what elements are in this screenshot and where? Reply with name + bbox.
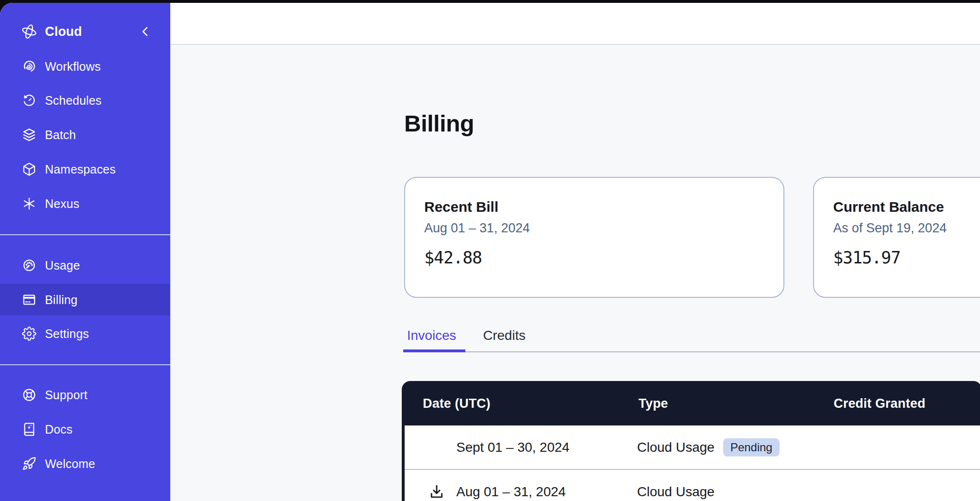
- card-amount: $315.97: [833, 248, 980, 267]
- column-header-type: Type: [639, 396, 668, 411]
- sidebar-item-label: Usage: [45, 259, 80, 272]
- download-invoice-button[interactable]: [428, 483, 446, 501]
- card-title: Recent Bill: [424, 199, 764, 215]
- chevron-left-icon: [138, 24, 153, 39]
- tab-invoices[interactable]: Invoices: [407, 328, 456, 343]
- status-badge: Pending: [723, 438, 780, 456]
- tab-bar-line: [404, 351, 980, 352]
- card-title: Current Balance: [833, 199, 980, 215]
- sidebar-item-billing[interactable]: Billing: [0, 284, 170, 316]
- main-content: Billing Recent Bill Aug 01 – 31, 2024 $4…: [170, 45, 980, 501]
- schedules-icon: [21, 92, 37, 109]
- batch-icon: [21, 127, 37, 143]
- invoice-row-sept: Sept 01 – 30, 2024 Cloud Usage Pending: [402, 425, 980, 469]
- sidebar-item-namespaces[interactable]: Namespaces: [0, 153, 170, 185]
- nexus-icon: [21, 196, 37, 212]
- sidebar-item-label: Welcome: [45, 457, 95, 471]
- welcome-rocket-icon: [21, 456, 37, 472]
- sidebar-item-schedules[interactable]: Schedules: [0, 85, 170, 116]
- sidebar-divider: [0, 364, 170, 365]
- sidebar-item-docs[interactable]: Docs: [0, 414, 170, 445]
- namespaces-icon: [21, 161, 37, 177]
- invoice-type-cell: Cloud Usage: [637, 484, 715, 500]
- sidebar-item-welcome[interactable]: Welcome: [0, 448, 170, 479]
- sidebar-item-settings[interactable]: Settings: [0, 318, 170, 349]
- sidebar-item-label: Support: [45, 388, 88, 402]
- card-amount: $42.88: [424, 248, 764, 267]
- sidebar-item-usage[interactable]: Usage: [0, 250, 170, 281]
- sidebar-item-label: Workflows: [45, 60, 101, 74]
- sidebar-item-batch[interactable]: Batch: [0, 119, 170, 151]
- sidebar-item-workflows[interactable]: Workflows: [0, 51, 170, 82]
- sidebar-item-label: Billing: [45, 293, 77, 307]
- sidebar-collapse-button[interactable]: [135, 21, 156, 42]
- invoice-type: Cloud Usage: [637, 439, 715, 455]
- usage-icon: [21, 257, 37, 273]
- invoice-date: Aug 01 – 31, 2024: [456, 484, 566, 500]
- invoice-date: Sept 01 – 30, 2024: [456, 440, 570, 455]
- sidebar-item-label: Settings: [45, 327, 89, 341]
- column-header-credit: Credit Granted: [834, 396, 925, 411]
- brand-label: Cloud: [45, 24, 82, 39]
- invoices-table-header: Date (UTC) Type Credit Granted: [402, 381, 980, 425]
- card-subtitle: As of Sept 19, 2024: [833, 221, 980, 236]
- recent-bill-card: Recent Bill Aug 01 – 31, 2024 $42.88: [404, 177, 784, 298]
- billing-icon: [21, 292, 37, 308]
- column-header-date: Date (UTC): [423, 396, 491, 411]
- download-icon: [428, 483, 445, 501]
- sidebar-item-label: Schedules: [45, 94, 102, 108]
- sidebar-item-support[interactable]: Support: [0, 379, 170, 411]
- top-header-band: [170, 3, 980, 45]
- app-window: Cloud Workflows: [0, 3, 980, 501]
- sidebar-item-label: Batch: [45, 128, 76, 142]
- settings-icon: [21, 326, 37, 342]
- temporal-logo-icon: [20, 22, 38, 41]
- sidebar-item-label: Nexus: [45, 197, 79, 211]
- sidebar-item-nexus[interactable]: Nexus: [0, 188, 170, 219]
- active-tab-underline: [403, 349, 465, 352]
- docs-icon: [21, 421, 37, 437]
- invoice-row-aug: Aug 01 – 31, 2024 Cloud Usage: [402, 469, 980, 501]
- sidebar: Cloud Workflows: [0, 3, 170, 501]
- invoices-table-body: Sept 01 – 30, 2024 Cloud Usage Pending: [402, 425, 980, 501]
- workflows-icon: [21, 58, 37, 75]
- sidebar-divider: [0, 234, 170, 235]
- page-title: Billing: [404, 110, 474, 137]
- invoices-table: Date (UTC) Type Credit Granted Sept 01 –…: [402, 381, 980, 501]
- card-subtitle: Aug 01 – 31, 2024: [424, 221, 764, 236]
- invoice-type: Cloud Usage: [637, 484, 715, 500]
- sidebar-item-label: Docs: [45, 423, 73, 436]
- sidebar-item-label: Namespaces: [45, 163, 116, 176]
- current-balance-card: Current Balance As of Sept 19, 2024 $315…: [813, 177, 980, 298]
- invoice-type-cell: Cloud Usage Pending: [637, 438, 780, 456]
- tab-credits[interactable]: Credits: [483, 328, 526, 343]
- support-icon: [21, 387, 37, 403]
